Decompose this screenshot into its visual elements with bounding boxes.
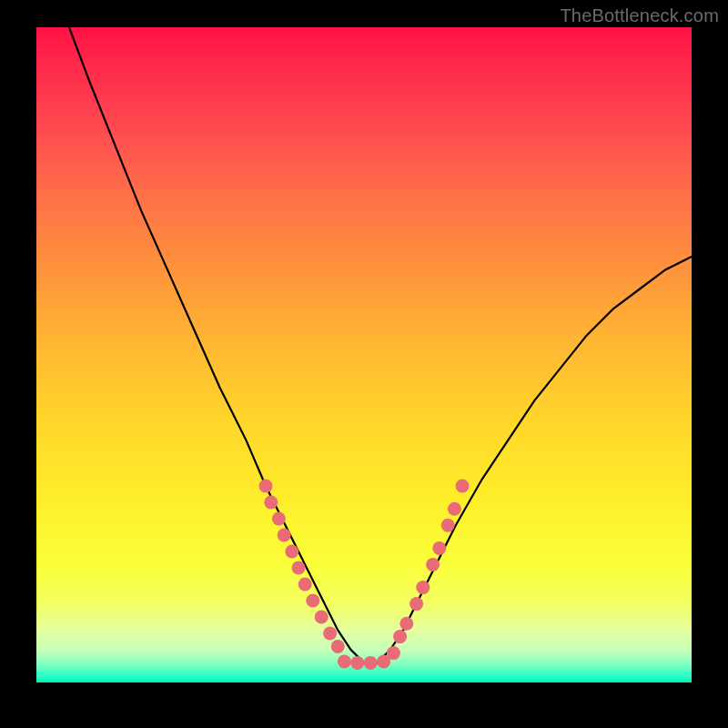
curve-marker: [323, 627, 337, 641]
curve-marker: [264, 496, 278, 510]
curve-marker: [298, 578, 312, 592]
curve-layer: [36, 27, 692, 682]
curve-markers: [259, 480, 470, 670]
curve-marker: [387, 646, 400, 660]
watermark-text: TheBottleneck.com: [560, 5, 719, 26]
curve-marker: [259, 480, 273, 493]
curve-marker: [399, 617, 413, 631]
curve-marker: [441, 519, 455, 532]
curve-marker: [338, 655, 351, 669]
curve-marker: [278, 529, 291, 542]
curve-marker: [350, 656, 364, 670]
curve-marker: [292, 561, 306, 575]
curve-marker: [448, 502, 461, 516]
curve-marker: [456, 480, 470, 493]
curve-marker: [393, 630, 407, 643]
curve-marker: [306, 594, 319, 608]
curve-marker: [364, 656, 378, 670]
plot-area: [36, 27, 692, 682]
curve-marker: [416, 581, 430, 594]
chart-frame: TheBottleneck.com: [0, 0, 728, 728]
curve-marker: [432, 541, 446, 555]
curve-marker: [331, 640, 345, 653]
curve-marker: [426, 558, 440, 571]
curve-marker: [315, 611, 329, 624]
bottleneck-curve: [69, 27, 692, 662]
curve-marker: [272, 512, 286, 526]
curve-marker: [285, 545, 298, 559]
curve-marker: [410, 597, 423, 611]
